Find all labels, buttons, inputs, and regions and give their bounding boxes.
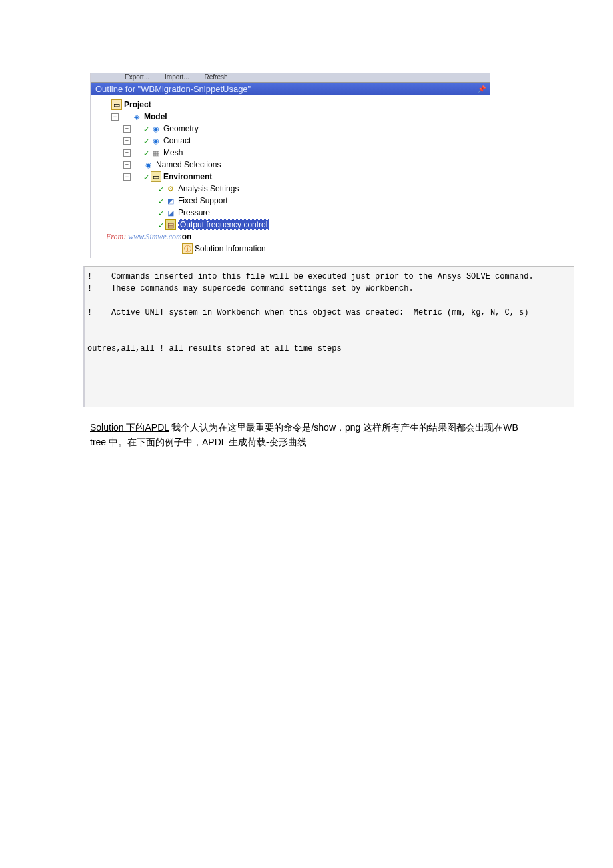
pin-icon[interactable]: 📌 (478, 85, 486, 93)
geometry-label: Geometry (163, 124, 199, 133)
toolbar-import: Import... (165, 73, 189, 81)
command-icon: ▤ (165, 219, 176, 230)
project-icon: ▭ (111, 99, 122, 110)
environment-label: Environment (163, 172, 212, 181)
code-editor-panel: ! Commands inserted into this file will … (83, 266, 574, 407)
toolbar-refresh: Refresh (205, 73, 228, 81)
check-icon: ✓ (143, 125, 150, 132)
tree-node-solution-info[interactable]: ⓘ Solution Information (99, 243, 484, 255)
check-icon: ✓ (143, 137, 150, 144)
check-icon: ✓ (143, 149, 150, 156)
tree-node-pressure[interactable]: ✓ ◪ Pressure (99, 207, 484, 219)
named-selections-icon: ◉ (143, 159, 154, 170)
named-selections-label: Named Selections (156, 160, 221, 169)
model-icon: ◈ (131, 111, 142, 122)
pressure-label: Pressure (178, 208, 210, 217)
toolbar-fragment: Export... Import... Refresh (91, 73, 490, 83)
geometry-icon: ◉ (151, 123, 161, 134)
watermark-text: From: www.Simwe.com (106, 232, 182, 242)
contact-label: Contact (163, 136, 191, 145)
info-icon: ⓘ (182, 243, 193, 254)
solution-label: on (182, 232, 192, 241)
model-label: Model (144, 112, 167, 121)
fixed-support-icon: ◩ (165, 195, 176, 206)
mesh-icon: ▦ (151, 147, 161, 158)
tree-node-geometry[interactable]: + ✓ ◉ Geometry (99, 123, 484, 135)
collapse-icon[interactable]: − (123, 173, 131, 181)
solution-info-label: Solution Information (195, 244, 266, 253)
settings-icon: ⚙ (165, 183, 176, 194)
expand-icon[interactable]: + (123, 161, 131, 169)
tree-node-analysis-settings[interactable]: ✓ ⚙ Analysis Settings (99, 183, 484, 195)
tree-node-environment[interactable]: − ✓ ▭ Environment (99, 171, 484, 183)
outline-tree: ▭ Project − ◈ Model + ✓ ◉ Geometry + (91, 95, 490, 258)
check-icon: ✓ (158, 221, 165, 228)
collapse-icon[interactable]: − (111, 113, 119, 121)
code-line: ! Commands inserted into this file will … (87, 272, 534, 281)
tree-node-fixed-support[interactable]: ✓ ◩ Fixed Support (99, 195, 484, 207)
body-paragraph: Solution 下的APDL 我个人认为在这里最重要的命令是/show，png… (90, 407, 530, 450)
mesh-label: Mesh (163, 148, 183, 157)
code-line: outres,all,all ! all results stored at a… (87, 344, 342, 353)
check-icon: ✓ (158, 185, 165, 192)
tree-node-project[interactable]: ▭ Project (99, 99, 484, 111)
code-line: ! These commands may supercede command s… (87, 284, 414, 293)
tree-node-contact[interactable]: + ✓ ◉ Contact (99, 135, 484, 147)
toolbar-export: Export... (125, 73, 149, 81)
check-icon: ✓ (143, 173, 150, 180)
tree-node-named-selections[interactable]: + ◉ Named Selections (99, 159, 484, 171)
tree-node-model[interactable]: − ◈ Model (99, 111, 484, 123)
outline-header: Outline for "WBMigration-SnippetUsage" 📌 (91, 83, 490, 95)
outline-title: Outline for "WBMigration-SnippetUsage" (95, 84, 251, 94)
workbench-screenshot: Export... Import... Refresh Outline for … (90, 73, 490, 258)
expand-icon[interactable]: + (123, 125, 131, 133)
tree-node-solution[interactable]: From: www.Simwe.com on (99, 231, 484, 243)
expand-icon[interactable]: + (123, 137, 131, 145)
tree-node-mesh[interactable]: + ✓ ▦ Mesh (99, 147, 484, 159)
code-line: ! Active UNIT system in Workbench when t… (87, 308, 529, 317)
environment-icon: ▭ (151, 171, 161, 182)
check-icon: ✓ (158, 209, 165, 216)
output-frequency-label: Output frequency control (178, 219, 269, 230)
tree-node-output-frequency[interactable]: ✓ ▤ Output frequency control (99, 219, 484, 231)
check-icon: ✓ (158, 197, 165, 204)
pressure-icon: ◪ (165, 207, 176, 218)
expand-icon[interactable]: + (123, 149, 131, 157)
contact-icon: ◉ (151, 135, 161, 146)
body-underlined: Solution 下的APDL (90, 422, 169, 433)
project-label: Project (124, 100, 151, 109)
analysis-settings-label: Analysis Settings (178, 184, 239, 193)
fixed-support-label: Fixed Support (178, 196, 228, 205)
